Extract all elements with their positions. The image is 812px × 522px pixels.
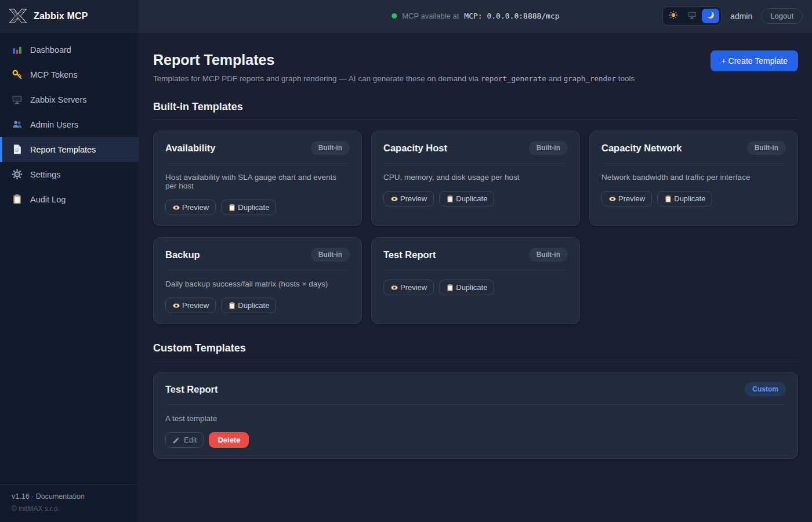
sidebar-item-label: Settings: [30, 170, 60, 179]
preview-label: Preview: [400, 194, 427, 203]
preview-button[interactable]: Preview: [165, 200, 216, 215]
document-icon: [12, 144, 23, 155]
page-content: Report Templates Templates for MCP PDF r…: [139, 32, 812, 522]
theme-toggle: [662, 6, 722, 26]
key-icon: [12, 69, 23, 80]
footer-separator: ·: [31, 492, 34, 501]
edit-button[interactable]: Edit: [165, 432, 204, 448]
status-label: MCP available at: [402, 12, 459, 20]
clipboard-icon: [12, 194, 23, 205]
sidebar-item-zabbix-servers[interactable]: Zabbix Servers: [0, 87, 139, 112]
card-divider: [383, 163, 568, 164]
status-green-dot-icon: [392, 13, 397, 19]
subtitle-pre: Templates for MCP PDF reports and graph …: [153, 74, 481, 83]
sidebar-item-label: Admin Users: [30, 120, 78, 129]
create-template-button[interactable]: + Create Template: [710, 50, 798, 71]
builtin-badge: Built-in: [529, 141, 568, 155]
page-subtitle: Templates for MCP PDF reports and graph …: [153, 74, 635, 83]
monitor-icon: [12, 94, 23, 105]
preview-label: Preview: [182, 203, 209, 212]
card-divider: [165, 270, 350, 270]
pencil-icon: [172, 436, 180, 444]
clipboard-icon: [446, 195, 454, 203]
builtin-badge: Built-in: [311, 141, 350, 155]
sidebar-item-settings[interactable]: Settings: [0, 162, 139, 187]
sidebar-item-mcp-tokens[interactable]: MCP Tokens: [0, 62, 139, 87]
card-actions: Preview Duplicate: [601, 191, 786, 206]
card-head: Availability Built-in: [165, 141, 350, 155]
sidebar-header: Zabbix MCP: [0, 0, 139, 32]
card-actions: Edit Delete: [165, 432, 786, 448]
sidebar-item-report-templates[interactable]: Report Templates: [0, 137, 139, 162]
documentation-link[interactable]: Documentation: [36, 492, 85, 501]
sidebar-item-label: Dashboard: [30, 45, 71, 55]
template-card: Backup Built-in Daily backup success/fai…: [153, 237, 362, 324]
sidebar-footer: v1.16 · Documentation © initMAX s.r.o.: [0, 484, 139, 522]
duplicate-label: Duplicate: [238, 203, 269, 212]
sidebar-item-audit-log[interactable]: Audit Log: [0, 187, 139, 212]
builtin-section-heading: Built-in Templates: [153, 101, 798, 113]
builtin-badge: Built-in: [311, 248, 350, 262]
clipboard-icon: [446, 284, 454, 292]
page-head: Report Templates Templates for MCP PDF r…: [153, 46, 798, 83]
card-divider: [165, 163, 350, 164]
preview-button[interactable]: Preview: [601, 191, 652, 206]
logout-button[interactable]: Logout: [761, 8, 803, 24]
custom-templates-list: Test Report Custom A test template Edit …: [153, 372, 798, 459]
app-root: Zabbix MCP Dashboard MCP Tokens Zabbix S…: [0, 0, 812, 522]
builtin-section-divider: [153, 119, 798, 120]
duplicate-button[interactable]: Duplicate: [439, 191, 494, 206]
template-description: A test template: [165, 414, 786, 423]
theme-system-button[interactable]: [683, 9, 701, 23]
mcp-status: MCP available at MCP: 0.0.0.0:8888/mcp: [392, 12, 559, 20]
gear-icon: [12, 169, 23, 180]
delete-button[interactable]: Delete: [209, 432, 249, 448]
card-divider: [165, 404, 786, 405]
duplicate-button[interactable]: Duplicate: [221, 298, 276, 313]
main-area: MCP available at MCP: 0.0.0.0:8888/mcp: [139, 0, 812, 522]
duplicate-label: Duplicate: [456, 283, 487, 292]
theme-light-button[interactable]: [665, 9, 682, 23]
duplicate-button[interactable]: Duplicate: [439, 280, 494, 295]
preview-button[interactable]: Preview: [165, 298, 216, 313]
clipboard-icon: [228, 302, 236, 310]
card-head: Test Report Built-in: [383, 248, 568, 262]
sidebar-item-label: MCP Tokens: [30, 70, 78, 79]
template-name: Test Report: [383, 249, 436, 260]
preview-button[interactable]: Preview: [383, 191, 434, 206]
app-title: Zabbix MCP: [34, 11, 88, 21]
clipboard-icon: [664, 195, 672, 203]
template-description: Host availability with SLA gauge chart a…: [165, 173, 350, 190]
topbar-right: admin Logout: [662, 6, 803, 26]
card-divider: [601, 163, 786, 164]
sidebar-item-label: Audit Log: [30, 195, 66, 204]
sidebar-item-admin-users[interactable]: Admin Users: [0, 112, 139, 137]
template-description: Daily backup success/fail matrix (hosts …: [165, 280, 350, 288]
eye-icon: [608, 195, 617, 203]
status-endpoint: MCP: 0.0.0.0:8888/mcp: [464, 12, 559, 20]
preview-button[interactable]: Preview: [383, 280, 434, 295]
template-description: Network bandwidth and traffic per interf…: [601, 173, 786, 182]
sidebar-nav: Dashboard MCP Tokens Zabbix Servers Admi…: [0, 32, 139, 484]
card-head: Capacity Host Built-in: [383, 141, 568, 155]
template-name: Backup: [165, 249, 200, 260]
bar-chart-icon: [12, 44, 23, 55]
duplicate-button[interactable]: Duplicate: [657, 191, 712, 206]
preview-label: Preview: [400, 283, 427, 292]
template-name: Availability: [165, 143, 216, 154]
preview-label: Preview: [182, 301, 209, 310]
custom-section-divider: [153, 361, 798, 361]
eye-icon: [172, 302, 180, 310]
clipboard-icon: [228, 204, 236, 212]
duplicate-button[interactable]: Duplicate: [221, 200, 276, 215]
builtin-badge: Built-in: [529, 248, 568, 262]
sidebar-item-dashboard[interactable]: Dashboard: [0, 37, 139, 62]
template-name: Capacity Network: [601, 143, 682, 154]
users-icon: [12, 119, 23, 130]
theme-dark-button[interactable]: [702, 9, 719, 23]
monitor-icon: [687, 10, 697, 21]
custom-badge: Custom: [745, 382, 786, 396]
template-card: Capacity Host Built-in CPU, memory, and …: [371, 130, 580, 226]
duplicate-label: Duplicate: [238, 301, 269, 310]
topbar: MCP available at MCP: 0.0.0.0:8888/mcp: [139, 0, 812, 32]
